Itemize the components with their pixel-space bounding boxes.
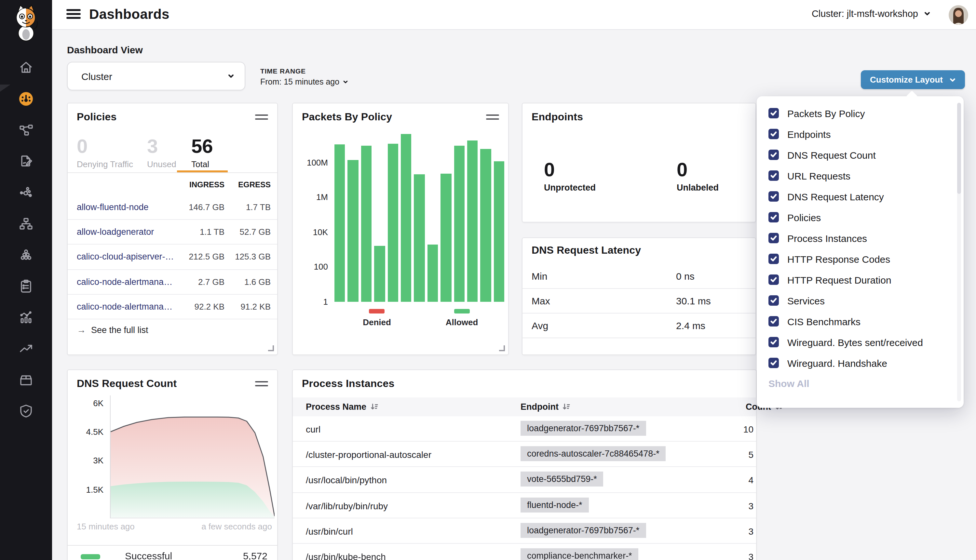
checkbox-checked-icon[interactable] [768, 337, 779, 347]
bar-allowed[interactable] [480, 149, 491, 302]
policy-name-link[interactable]: allow-loadgenerator [77, 227, 154, 237]
scrollbar-thumb[interactable] [957, 103, 961, 194]
menu-item-label: HTTP Request Duration [787, 274, 891, 285]
checkbox-checked-icon[interactable] [768, 150, 779, 160]
active-section-wedge [0, 85, 10, 99]
menu-item-wireguard-bytes-sent-received[interactable]: Wireguard. Bytes sent/received [757, 332, 964, 353]
see-full-list-link[interactable]: → See the full list [77, 325, 148, 335]
process-table-row: curlloadgenerator-7697bb7567-*10 [293, 416, 756, 442]
menu-item-dns-request-count[interactable]: DNS Request Count [757, 144, 964, 165]
menu-item-http-response-codes[interactable]: HTTP Response Codes [757, 248, 964, 269]
drag-handle-icon[interactable] [486, 115, 499, 122]
bar-allowed[interactable] [348, 160, 359, 302]
policy-editor-icon[interactable] [18, 153, 34, 169]
view-selector[interactable]: Cluster [67, 62, 245, 90]
bar-allowed[interactable] [454, 145, 465, 302]
calico-cat-logo[interactable] [11, 4, 41, 42]
successful-swatch [81, 554, 100, 559]
compliance-clipboard-icon[interactable] [18, 278, 34, 294]
policies-stat-total[interactable]: 56Total [191, 136, 213, 169]
menu-icon[interactable] [67, 9, 81, 21]
menu-item-policies[interactable]: Policies [757, 207, 964, 228]
dashboards-gauge-icon[interactable] [18, 91, 34, 107]
column-header-endpoint[interactable]: Endpoint [521, 402, 571, 412]
menu-item-url-requests[interactable]: URL Requests [757, 165, 964, 186]
cluster-selector[interactable]: Cluster: jlt-msft-workshop [812, 8, 931, 19]
latency-card-title: DNS Request Latency [532, 245, 641, 256]
checkbox-checked-icon[interactable] [768, 170, 779, 181]
policy-name-link[interactable]: calico-node-alertmana… [77, 302, 172, 312]
checkbox-checked-icon[interactable] [768, 275, 779, 285]
sort-icon [562, 403, 571, 411]
process-table-row: /var/lib/ruby/bin/rubyfluentd-node-*3 [293, 493, 756, 518]
latency-row-min: Min0 ns [522, 264, 756, 289]
checkbox-checked-icon[interactable] [768, 295, 779, 306]
network-topology-icon[interactable] [18, 122, 34, 138]
column-header-process-name[interactable]: Process Name [306, 402, 379, 412]
chart-legend-row[interactable]: Successful 5,572 [68, 546, 277, 560]
menu-item-services[interactable]: Services [757, 290, 964, 311]
menu-item-http-request-duration[interactable]: HTTP Request Duration [757, 269, 964, 290]
customize-layout-button[interactable]: Customize Layout [861, 70, 965, 89]
latency-value: 2.4 ms [676, 320, 705, 331]
checkbox-checked-icon[interactable] [768, 191, 779, 202]
checkbox-checked-icon[interactable] [768, 316, 779, 327]
checkbox-checked-icon[interactable] [768, 233, 779, 243]
avatar[interactable] [949, 5, 968, 25]
menu-item-cis-benchmarks[interactable]: CIS Benchmarks [757, 311, 964, 332]
stat-value: 0 [77, 136, 133, 157]
resize-handle[interactable] [499, 345, 505, 351]
column-header-ingress[interactable]: INGRESS [189, 180, 225, 189]
menu-item-process-instances[interactable]: Process Instances [757, 228, 964, 248]
resize-handle[interactable] [268, 345, 274, 351]
workloads-icon[interactable] [18, 247, 34, 263]
policy-name-link[interactable]: calico-cloud-apiserver-… [77, 252, 174, 262]
endpoints-card-title: Endpoints [532, 111, 583, 123]
menu-item-wireguard-handshake[interactable]: Wireguard. Handshake [757, 353, 964, 373]
menu-item-dns-request-latency[interactable]: DNS Request Latency [757, 186, 964, 207]
drag-handle-icon[interactable] [255, 115, 268, 122]
bar-allowed[interactable] [427, 244, 438, 302]
drag-handle-icon[interactable] [255, 381, 268, 388]
checkbox-checked-icon[interactable] [768, 129, 779, 139]
time-range-value[interactable]: From: 15 minutes ago [260, 77, 348, 87]
policies-stat-unused[interactable]: 3Unused [147, 136, 176, 169]
bar-allowed[interactable] [401, 134, 412, 302]
bar-allowed[interactable] [440, 173, 451, 302]
bar-allowed[interactable] [374, 246, 385, 302]
menu-item-endpoints[interactable]: Endpoints [757, 123, 964, 144]
trending-up-icon[interactable] [18, 341, 34, 357]
checkbox-checked-icon[interactable] [768, 358, 779, 368]
service-graph-icon[interactable] [18, 185, 34, 200]
process-card-title: Process Instances [302, 378, 394, 390]
bar-allowed[interactable] [334, 144, 345, 302]
stat-value: 3 [147, 136, 176, 157]
legend-denied[interactable]: Denied [334, 309, 419, 327]
column-header-egress[interactable]: EGRESS [238, 180, 271, 189]
policy-name-link[interactable]: allow-fluentd-node [77, 202, 148, 212]
home-icon[interactable] [18, 60, 34, 75]
menu-item-packets-by-policy[interactable]: Packets By Policy [757, 103, 964, 123]
checkbox-checked-icon[interactable] [768, 254, 779, 264]
bar-allowed[interactable] [414, 175, 425, 302]
menu-item-label: Packets By Policy [787, 108, 865, 119]
legend-allowed[interactable]: Allowed [419, 309, 504, 327]
checkbox-checked-icon[interactable] [768, 108, 779, 118]
show-all-link[interactable]: Show All [768, 378, 809, 389]
process-table-row: /cluster-proportional-autoscalercoredns-… [293, 442, 756, 467]
unprotected-stat: 0 Unprotected [544, 159, 596, 193]
bar-allowed[interactable] [467, 140, 478, 302]
bar-allowed[interactable] [361, 145, 372, 302]
security-shield-icon[interactable] [18, 403, 34, 419]
bar-allowed[interactable] [387, 143, 398, 302]
endpoint-chip: fluentd-node-* [521, 497, 589, 512]
analytics-chart-icon[interactable] [18, 310, 34, 325]
policies-stat-denying-traffic[interactable]: 0Denying Traffic [77, 136, 133, 169]
policy-name-link[interactable]: calico-node-alertmana… [77, 277, 172, 287]
ingress-value: 2.7 GB [198, 277, 225, 287]
packages-icon[interactable] [18, 372, 34, 388]
network-tree-icon[interactable] [18, 216, 34, 232]
checkbox-checked-icon[interactable] [768, 212, 779, 222]
bar-allowed[interactable] [494, 161, 504, 302]
denied-swatch [369, 309, 385, 313]
